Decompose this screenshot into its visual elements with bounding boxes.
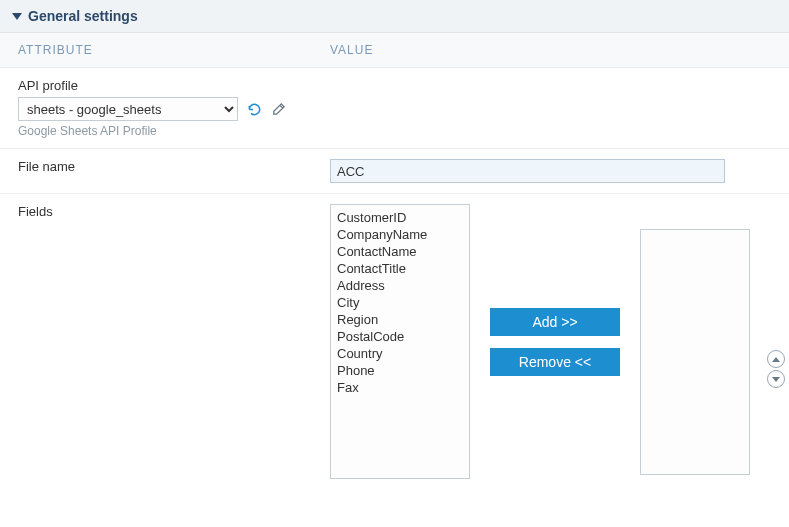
list-item[interactable]: CustomerID [337, 209, 463, 226]
file-name-label: File name [0, 159, 330, 183]
collapse-icon[interactable] [12, 13, 22, 20]
list-item[interactable]: City [337, 294, 463, 311]
list-item[interactable]: PostalCode [337, 328, 463, 345]
remove-button[interactable]: Remove << [490, 348, 620, 376]
api-profile-label: API profile [18, 78, 330, 93]
reorder-controls [767, 350, 785, 388]
api-profile-select[interactable]: sheets - google_sheets [18, 97, 238, 121]
list-item[interactable]: Phone [337, 362, 463, 379]
list-item[interactable]: ContactName [337, 243, 463, 260]
chevron-up-icon [772, 357, 780, 362]
refresh-icon[interactable] [246, 101, 262, 117]
api-profile-hint: Google Sheets API Profile [18, 124, 330, 138]
column-headers: ATTRIBUTE VALUE [0, 33, 789, 68]
list-item[interactable]: Country [337, 345, 463, 362]
list-item[interactable]: Fax [337, 379, 463, 396]
list-item[interactable]: ContactTitle [337, 260, 463, 277]
fields-row: Fields CustomerIDCompanyNameContactNameC… [0, 194, 789, 497]
list-item[interactable]: CompanyName [337, 226, 463, 243]
move-down-button[interactable] [767, 370, 785, 388]
file-name-input[interactable] [330, 159, 725, 183]
file-name-row: File name [0, 149, 789, 194]
list-item[interactable]: Region [337, 311, 463, 328]
api-profile-row: API profile sheets - google_sheets Googl… [0, 68, 789, 149]
list-item[interactable]: Address [337, 277, 463, 294]
general-settings-header[interactable]: General settings [0, 0, 789, 33]
attribute-header: ATTRIBUTE [0, 43, 330, 57]
edit-icon[interactable] [270, 101, 286, 117]
move-up-button[interactable] [767, 350, 785, 368]
add-button[interactable]: Add >> [490, 308, 620, 336]
fields-label: Fields [0, 204, 330, 219]
chevron-down-icon [772, 377, 780, 382]
value-header: VALUE [330, 43, 373, 57]
available-fields-listbox[interactable]: CustomerIDCompanyNameContactNameContactT… [330, 204, 470, 479]
section-title: General settings [28, 8, 138, 24]
selected-fields-listbox[interactable] [640, 229, 750, 475]
